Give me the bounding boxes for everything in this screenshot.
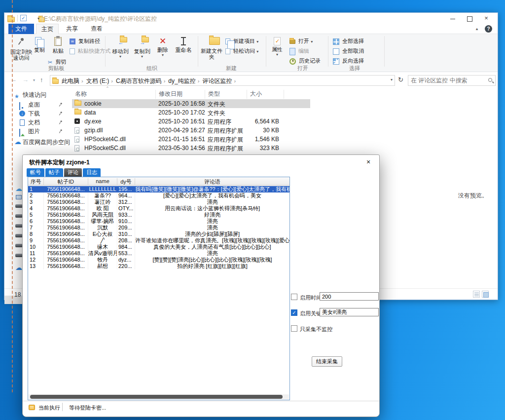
sidebar-item-documents[interactable]: 文档	[4, 118, 72, 127]
search-box[interactable]	[408, 75, 496, 86]
file-row[interactable]: HPSocket5C.dll 2023-05-30 14:56 应用程序扩展 3…	[72, 144, 417, 153]
tab-share[interactable]: 共享	[61, 24, 83, 34]
table-row[interactable]: 9 75561906648... ╱' 208... 许哥谁知道你在哪里呢，你真…	[28, 237, 289, 244]
copy-path-button[interactable]: w 复制路径	[70, 38, 100, 45]
drive-icon[interactable]	[15, 244, 23, 247]
move-to-button[interactable]: ← 移动到 ▾	[110, 35, 131, 64]
sidebar-item-quick-access[interactable]: ★ 快速访问	[4, 90, 72, 99]
thumbnail-view-icon[interactable]	[482, 291, 489, 298]
select-none-button[interactable]: 全部取消	[333, 47, 364, 55]
paste-shortcut-icon	[70, 48, 75, 54]
quick-access-caret-icon[interactable]: ▾	[37, 16, 39, 21]
breadcrumb-item[interactable]: 此电脑›	[62, 77, 85, 85]
table-row[interactable]: 4 75561906648... 欧 阳 OTY... 用云南话说：这小蓝狮长得…	[28, 205, 289, 212]
sidebar-item-pictures[interactable]: 图片	[4, 127, 72, 136]
paste-shortcut-button[interactable]: 粘贴快捷方式	[70, 47, 110, 55]
file-row[interactable]: cookie 2025-10-20 16:58 文件夹	[72, 99, 310, 108]
open-button[interactable]: 打开 ▾	[289, 38, 313, 45]
breadcrumb-item[interactable]: 评论区监控›	[202, 77, 238, 85]
refresh-icon[interactable]: ↻	[398, 76, 403, 83]
address-dropdown-icon[interactable]: ▾	[391, 77, 393, 82]
onedrive-cloud-icon[interactable]: ☁	[15, 185, 22, 192]
file-row[interactable]: dy.exe 2025-10-20 16:51 应用程序 6,564 KB	[72, 117, 417, 126]
sidebar-item-downloads[interactable]: ↓ 下载	[4, 109, 72, 118]
enable-time-checkbox[interactable]	[291, 294, 297, 300]
maximize-button[interactable]	[461, 13, 478, 24]
column-name[interactable]: 名称	[72, 90, 156, 99]
quick-access-check-icon[interactable]: ✓	[20, 15, 27, 21]
file-row[interactable]: data 2025-10-20 17:02 文件夹	[72, 108, 417, 117]
details-view-icon[interactable]	[473, 291, 480, 298]
tab-home[interactable]: 主页	[36, 24, 59, 34]
table-row[interactable]: 5 75561906648... 风雨无阻 933... 好漂亮	[28, 212, 289, 218]
address-box[interactable]: 此电脑› 文档 (E:)› C易语言软件源码› dy_纯监控›	[50, 75, 395, 86]
breadcrumb-item[interactable]: dy_纯监控›	[168, 77, 201, 85]
drive-icon[interactable]	[15, 234, 23, 237]
delete-button[interactable]: ✕ 删除 ▾	[154, 35, 171, 64]
horizontal-scrollbar[interactable]	[29, 394, 289, 399]
edit-button[interactable]: 编辑	[289, 47, 309, 55]
table-row[interactable]: 10 75561906648... 缘木 984... 真俊的大美女，人漂亮还有…	[28, 244, 289, 250]
table-row[interactable]: 2 75561906648... 薯条?? 964... [爱心][爱心]太漂亮…	[28, 192, 289, 199]
close-button[interactable]: ×	[478, 13, 495, 24]
enable-keyword-checkbox[interactable]: ✓	[291, 309, 297, 316]
tab-view[interactable]: 查看	[85, 24, 108, 34]
baidu-cloud-icon: ☁	[14, 137, 21, 146]
up-icon[interactable]: ↑	[40, 76, 43, 83]
this-pc-icon[interactable]	[16, 195, 22, 199]
forward-icon[interactable]: →	[22, 76, 29, 83]
col-dy: dy号	[117, 178, 135, 186]
app-tab[interactable]: 日志	[83, 168, 101, 177]
properties-button[interactable]: 属性 ▾	[269, 35, 286, 64]
baidu-sync-icon[interactable]: ☁	[15, 264, 22, 271]
new-item-button[interactable]: 新建项目 ▾	[225, 38, 258, 45]
end-collection-button[interactable]: 结束采集	[312, 356, 342, 367]
sidebar-item-desktop[interactable]: 桌面	[4, 100, 72, 109]
drive-icon[interactable]	[15, 254, 23, 257]
table-row[interactable]: 8 75561906648... E心大叔 310... 漂亮的少妇[舔屏][舔…	[28, 231, 289, 237]
back-icon[interactable]: ←	[10, 76, 17, 83]
history-dropdown-icon[interactable]: ▾	[33, 78, 35, 82]
breadcrumb-item[interactable]: C易语言软件源码›	[116, 77, 167, 85]
drive-icon[interactable]	[15, 224, 23, 228]
column-date[interactable]: 修改日期	[156, 90, 205, 99]
copy-to-button[interactable]: → 复制到 ▾	[132, 35, 152, 64]
invert-selection-button[interactable]: 反向选择	[333, 57, 364, 65]
table-row[interactable]: 12 75561906648... 牧丹 dyz... [赞][赞][赞]漂亮[…	[28, 257, 289, 263]
table-row[interactable]: 7 75561906648... 沉默 209... 漂亮	[28, 225, 289, 231]
new-folder-button[interactable]: 新建文件夹	[201, 35, 222, 64]
app-tab[interactable]: 帖子	[45, 168, 63, 177]
col-comment: 评论语	[135, 178, 289, 186]
drive-icon[interactable]	[15, 214, 23, 218]
column-type[interactable]: 类型	[205, 90, 247, 99]
file-row[interactable]: HPSocket4C.dll 2021-01-15 16:51 应用程序扩展 1…	[72, 135, 417, 144]
table-row[interactable]: 13 75561906648... 郝想 220... 拍的好漂亮 [红旗][红…	[28, 263, 289, 269]
minimize-button[interactable]	[444, 13, 461, 24]
time-input[interactable]	[320, 292, 379, 301]
table-body: 1 75561906648... LLLLLLLLL 195... 我有吗[微笑…	[28, 186, 289, 269]
easy-access-button[interactable]: 轻松访问 ▾	[225, 47, 258, 55]
sidebar-item-baidu-netdisk[interactable]: ☁ 百度网盘同步空间	[4, 138, 72, 147]
copy-button[interactable]: 复制	[31, 35, 48, 64]
scrollbar-thumb[interactable]	[30, 395, 283, 399]
table-row[interactable]: 6 75561906648... 缪苹-婉昂 910... 漂亮	[28, 218, 289, 225]
app-tab[interactable]: 帐号	[27, 168, 44, 177]
collect-only-checkbox[interactable]	[291, 325, 297, 332]
search-input[interactable]	[411, 76, 482, 84]
select-all-button[interactable]: 全部选择	[333, 38, 364, 45]
app-tab[interactable]: 评论	[64, 168, 82, 177]
table-row[interactable]: 1 75561906648... LLLLLLLLL 195... 我有吗[微笑…	[28, 186, 289, 192]
drive-icon[interactable]	[15, 204, 23, 208]
keyword-input[interactable]	[320, 308, 379, 316]
breadcrumb-item[interactable]: 文档 (E:)›	[86, 77, 115, 85]
column-size[interactable]: 大小	[247, 90, 284, 99]
history-button[interactable]: 历史记录	[289, 57, 321, 65]
rename-button[interactable]: 重命名	[173, 35, 194, 64]
ribbon-collapse-icon[interactable]: ▴	[472, 24, 482, 34]
app-close-icon[interactable]: ×	[363, 157, 373, 166]
file-row[interactable]: gzip.dll 2020-04-29 16:27 应用程序扩展 30 KB	[72, 126, 417, 135]
pin-to-quick-access-button[interactable]: 固定到快速访问	[10, 35, 32, 64]
table-row[interactable]: 3 75561906648... 薯江吟 312... 漂亮	[28, 199, 289, 205]
help-icon[interactable]: ?	[485, 25, 492, 33]
table-row[interactable]: 11 75561906648... 清风v邀明月 553... 漂亮	[28, 250, 289, 257]
